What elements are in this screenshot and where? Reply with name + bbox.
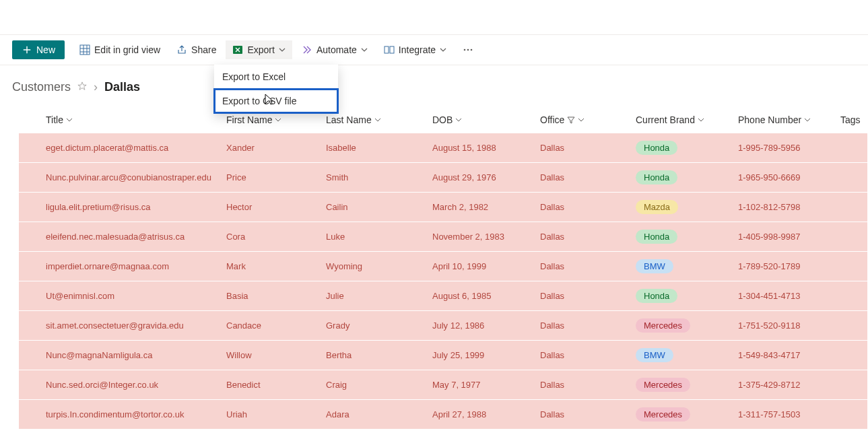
cell-title[interactable]: eleifend.nec.malesuada@atrisus.ca xyxy=(19,222,221,252)
chevron-down-icon xyxy=(361,46,368,53)
cell-title[interactable]: turpis.In.condimentum@tortor.co.uk xyxy=(19,400,221,430)
cell-title[interactable]: Nunc.pulvinar.arcu@conubianostraper.edu xyxy=(19,163,221,193)
table-row[interactable]: ligula.elit.pretium@risus.caHectorCailin… xyxy=(19,193,867,222)
edit-grid-button[interactable]: Edit in grid view xyxy=(73,40,167,59)
svg-point-6 xyxy=(471,49,473,51)
cell-lastname: Luke xyxy=(321,222,427,252)
cell-brand: Mazda xyxy=(630,193,733,222)
brand-pill: Mercedes xyxy=(636,378,690,392)
cell-lastname: Smith xyxy=(321,163,427,193)
cell-tags xyxy=(835,400,867,430)
cell-title[interactable]: ligula.elit.pretium@risus.ca xyxy=(19,193,221,222)
favorite-star-icon[interactable] xyxy=(77,80,87,94)
cell-office: Dallas xyxy=(535,400,630,430)
table-row[interactable]: turpis.In.condimentum@tortor.co.ukUriahA… xyxy=(19,400,867,430)
list-name[interactable]: Customers xyxy=(12,80,71,94)
command-bar: New Edit in grid view Share Export Autom… xyxy=(0,35,868,65)
chevron-down-icon xyxy=(279,46,286,53)
chevron-down-icon xyxy=(440,46,446,53)
cell-office: Dallas xyxy=(535,281,630,311)
brand-pill: BMW xyxy=(636,259,673,273)
col-tags-header[interactable]: Tags xyxy=(835,108,867,133)
cell-lastname: Grady xyxy=(321,311,427,341)
cell-phone: 1-304-451-4713 xyxy=(733,281,835,311)
cell-title[interactable]: Nunc@magnaNamligula.ca xyxy=(19,341,221,370)
cell-firstname: Candace xyxy=(221,311,321,341)
cell-dob: August 6, 1985 xyxy=(427,281,535,311)
cell-title[interactable]: Nunc.sed.orci@Integer.co.uk xyxy=(19,370,221,400)
cell-tags xyxy=(835,341,867,370)
automate-icon xyxy=(302,44,312,55)
table-row[interactable]: Ut@enimnisl.comBasiaJulieAugust 6, 1985D… xyxy=(19,281,867,311)
new-button[interactable]: New xyxy=(12,40,65,59)
export-excel-label: Export to Excel xyxy=(222,71,286,82)
cell-dob: April 27, 1988 xyxy=(427,400,535,430)
cell-tags xyxy=(835,222,867,252)
export-to-excel-item[interactable]: Export to Excel xyxy=(214,65,338,89)
cell-dob: August 29, 1976 xyxy=(427,163,535,193)
view-name[interactable]: Dallas xyxy=(104,80,140,94)
col-office-header[interactable]: Office xyxy=(535,108,630,133)
col-dob-header[interactable]: DOB xyxy=(427,108,535,133)
cell-title[interactable]: imperdiet.ornare@magnaa.com xyxy=(19,252,221,281)
table-row[interactable]: Nunc.sed.orci@Integer.co.ukBenedictCraig… xyxy=(19,370,867,400)
cell-lastname: Julie xyxy=(321,281,427,311)
edit-grid-label: Edit in grid view xyxy=(94,44,160,55)
cell-tags xyxy=(835,133,867,163)
data-table: Title First Name Last Name DOB Office Cu… xyxy=(19,108,867,429)
table-row[interactable]: Nunc.pulvinar.arcu@conubianostraper.eduP… xyxy=(19,163,867,193)
export-button[interactable]: Export xyxy=(226,40,292,59)
cell-office: Dallas xyxy=(535,133,630,163)
integrate-icon xyxy=(384,44,395,55)
cell-lastname: Craig xyxy=(321,370,427,400)
share-button[interactable]: Share xyxy=(170,40,223,59)
cell-firstname: Cora xyxy=(221,222,321,252)
new-button-label: New xyxy=(36,44,55,55)
cell-title[interactable]: sit.amet.consectetuer@gravida.edu xyxy=(19,311,221,341)
ellipsis-icon xyxy=(463,44,473,55)
cell-lastname: Wyoming xyxy=(321,252,427,281)
export-dropdown: Export to Excel Export to CSV file xyxy=(214,65,338,113)
overflow-button[interactable] xyxy=(456,40,480,59)
cell-title[interactable]: Ut@enimnisl.com xyxy=(19,281,221,311)
cell-office: Dallas xyxy=(535,193,630,222)
cell-firstname: Uriah xyxy=(221,400,321,430)
export-csv-label: Export to CSV file xyxy=(222,96,297,106)
table-row[interactable]: Nunc@magnaNamligula.caWillowBerthaJuly 2… xyxy=(19,341,867,370)
cell-lastname: Bertha xyxy=(321,341,427,370)
cell-office: Dallas xyxy=(535,370,630,400)
cell-firstname: Willow xyxy=(221,341,321,370)
cell-brand: BMW xyxy=(630,252,733,281)
col-phone-header[interactable]: Phone Number xyxy=(733,108,835,133)
svg-rect-3 xyxy=(390,46,394,53)
plus-icon xyxy=(22,44,32,55)
cell-brand: Mercedes xyxy=(630,370,733,400)
cell-phone: 1-375-429-8712 xyxy=(733,370,835,400)
export-to-csv-item[interactable]: Export to CSV file xyxy=(214,89,338,113)
automate-button[interactable]: Automate xyxy=(295,40,374,59)
table-row[interactable]: eget.dictum.placerat@mattis.caXanderIsab… xyxy=(19,133,867,163)
svg-point-4 xyxy=(464,49,466,51)
table-row[interactable]: eleifend.nec.malesuada@atrisus.caCoraLuk… xyxy=(19,222,867,252)
grid-icon xyxy=(79,44,90,55)
cell-office: Dallas xyxy=(535,222,630,252)
cell-tags xyxy=(835,193,867,222)
automate-label: Automate xyxy=(316,44,357,55)
table-row[interactable]: imperdiet.ornare@magnaa.comMarkWyomingAp… xyxy=(19,252,867,281)
cell-phone: 1-751-520-9118 xyxy=(733,311,835,341)
cell-dob: May 7, 1977 xyxy=(427,370,535,400)
integrate-label: Integrate xyxy=(399,44,436,55)
table-body: eget.dictum.placerat@mattis.caXanderIsab… xyxy=(19,133,867,429)
cell-brand: Mercedes xyxy=(630,311,733,341)
integrate-button[interactable]: Integrate xyxy=(377,40,453,59)
table-row[interactable]: sit.amet.consectetuer@gravida.eduCandace… xyxy=(19,311,867,341)
cell-lastname: Adara xyxy=(321,400,427,430)
excel-icon xyxy=(232,44,243,55)
col-title-header[interactable]: Title xyxy=(19,108,221,133)
cell-dob: March 2, 1982 xyxy=(427,193,535,222)
cell-office: Dallas xyxy=(535,311,630,341)
brand-pill: Mercedes xyxy=(636,407,690,421)
cell-title[interactable]: eget.dictum.placerat@mattis.ca xyxy=(19,133,221,163)
cell-phone: 1-965-950-6669 xyxy=(733,163,835,193)
col-brand-header[interactable]: Current Brand xyxy=(630,108,733,133)
